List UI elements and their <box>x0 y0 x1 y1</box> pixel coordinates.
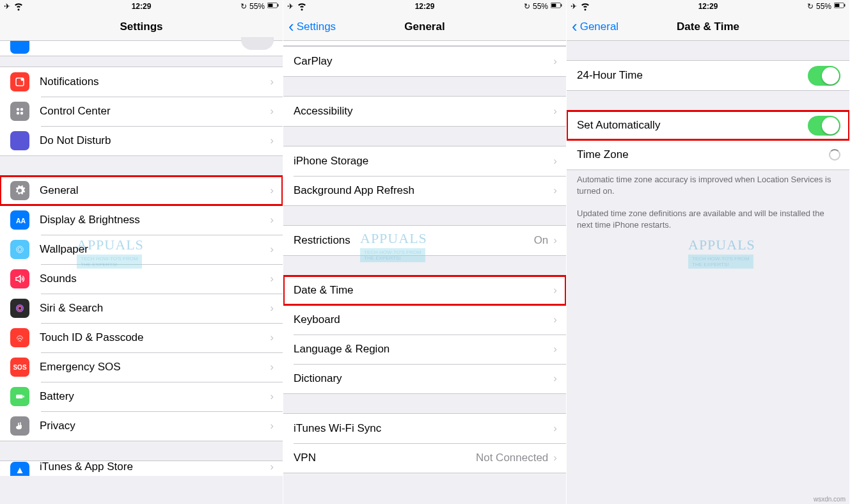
row-label: Restrictions <box>294 234 534 247</box>
row-carplay[interactable]: CarPlay › <box>283 47 566 76</box>
row-set-automatically[interactable]: Set Automatically <box>567 111 849 140</box>
airplane-mode-icon: ✈︎ <box>287 2 294 11</box>
battery-percent: 55% <box>249 2 265 11</box>
battery-icon <box>834 0 846 13</box>
chevron-right-icon: › <box>553 55 557 68</box>
back-label: Settings <box>297 20 336 33</box>
row-sounds[interactable]: Sounds › <box>0 264 283 294</box>
airplane-mode-icon: ✈︎ <box>4 2 10 11</box>
chevron-right-icon: › <box>553 155 557 168</box>
back-button[interactable]: ‹ Settings <box>288 19 336 35</box>
row-keyboard[interactable]: Keyboard › <box>283 305 566 335</box>
toggle-24-hour[interactable] <box>808 66 840 86</box>
siri-icon <box>10 299 29 318</box>
row-label: Battery <box>40 390 270 403</box>
svg-text:AA: AA <box>16 217 26 224</box>
page-title: Settings <box>120 20 162 33</box>
row-label: Background App Refresh <box>294 184 553 197</box>
row-itunes-wifi[interactable]: iTunes Wi-Fi Sync › <box>283 414 566 443</box>
row-display-brightness[interactable]: AA Display & Brightness › <box>0 205 283 235</box>
svg-point-7 <box>17 112 20 115</box>
row-siri-search[interactable]: Siri & Search › <box>0 294 283 323</box>
row-itunes-partial[interactable]: iTunes & App Store › <box>0 461 283 476</box>
row-label: Siri & Search <box>40 302 270 315</box>
row-background-refresh[interactable]: Background App Refresh › <box>283 176 566 205</box>
row-label: Display & Brightness <box>40 214 270 226</box>
svg-point-13 <box>18 306 22 310</box>
row-emergency-sos[interactable]: SOS Emergency SOS › <box>0 352 283 382</box>
row-do-not-disturb[interactable]: Do Not Disturb › <box>0 126 283 155</box>
row-general[interactable]: General › <box>0 176 283 205</box>
status-time: 12:29 <box>698 2 718 11</box>
chevron-right-icon: › <box>553 105 557 118</box>
chevron-right-icon: › <box>270 134 274 147</box>
chevron-right-icon: › <box>553 284 557 297</box>
svg-rect-21 <box>844 4 845 6</box>
row-label: Dictionary <box>294 372 553 385</box>
chevron-right-icon: › <box>270 184 274 197</box>
hand-icon <box>10 416 29 436</box>
row-touch-id[interactable]: Touch ID & Passcode › <box>0 323 283 352</box>
row-label: Privacy <box>40 420 270 432</box>
nav-bar: ‹ Settings General <box>283 13 566 41</box>
row-restrictions[interactable]: Restrictions On › <box>283 226 566 255</box>
speaker-icon <box>10 269 29 288</box>
row-label: Time Zone <box>577 148 829 161</box>
chevron-right-icon: › <box>270 243 274 256</box>
row-label: Wallpaper <box>40 243 270 256</box>
row-label: Notifications <box>40 75 270 88</box>
row-time-zone[interactable]: Time Zone <box>567 140 849 169</box>
chevron-right-icon: › <box>270 272 274 285</box>
svg-rect-18 <box>561 4 562 6</box>
chevron-right-icon: › <box>553 184 557 197</box>
svg-rect-2 <box>278 4 278 6</box>
row-iphone-storage[interactable]: iPhone Storage › <box>283 146 566 176</box>
row-accessibility[interactable]: Accessibility › <box>283 97 566 126</box>
row-label: Accessibility <box>294 105 553 118</box>
page-title: General <box>404 20 445 33</box>
chevron-right-icon: › <box>553 422 557 435</box>
row-language-region[interactable]: Language & Region › <box>283 335 566 364</box>
chevron-right-icon: › <box>270 331 274 344</box>
chevron-right-icon: › <box>270 75 274 88</box>
row-24-hour[interactable]: 24-Hour Time <box>567 61 849 90</box>
chevron-right-icon: › <box>553 372 557 385</box>
wifi-icon <box>13 0 24 13</box>
back-button[interactable]: ‹ General <box>572 19 618 35</box>
notifications-icon <box>10 72 29 91</box>
display-icon: AA <box>10 210 29 230</box>
chevron-right-icon: › <box>270 302 274 315</box>
wifi-icon <box>579 0 591 13</box>
rotation-lock-icon: ↻ <box>524 2 530 11</box>
row-label: Emergency SOS <box>40 361 270 374</box>
toggle-partial[interactable] <box>241 37 274 50</box>
row-label: VPN <box>294 452 476 464</box>
chevron-right-icon: › <box>553 343 557 356</box>
row-dictionary[interactable]: Dictionary › <box>283 364 566 393</box>
row-label: Sounds <box>40 272 270 285</box>
chevron-right-icon: › <box>553 234 557 247</box>
nav-bar: Settings <box>0 13 283 41</box>
svg-rect-15 <box>23 396 24 398</box>
row-notifications[interactable]: Notifications › <box>0 67 283 97</box>
svg-rect-20 <box>835 3 839 6</box>
row-label: General <box>40 184 270 197</box>
row-vpn[interactable]: VPN Not Connected › <box>283 443 566 473</box>
row-label: Do Not Disturb <box>40 134 270 147</box>
svg-point-11 <box>18 248 22 251</box>
toggle-set-auto[interactable] <box>808 116 840 136</box>
back-label: General <box>580 20 618 33</box>
row-control-center[interactable]: Control Center › <box>0 97 283 126</box>
row-date-time[interactable]: Date & Time › <box>283 276 566 305</box>
partial-row-prev[interactable] <box>0 41 283 56</box>
chevron-right-icon: › <box>270 361 274 374</box>
row-label: CarPlay <box>294 55 553 68</box>
svg-point-5 <box>17 108 20 111</box>
row-privacy[interactable]: Privacy › <box>0 411 283 441</box>
row-battery[interactable]: Battery › <box>0 382 283 411</box>
fingerprint-icon <box>10 328 29 347</box>
svg-point-10 <box>17 246 24 253</box>
row-wallpaper[interactable]: Wallpaper › <box>0 235 283 264</box>
moon-icon <box>10 131 29 150</box>
status-time: 12:29 <box>415 2 435 11</box>
